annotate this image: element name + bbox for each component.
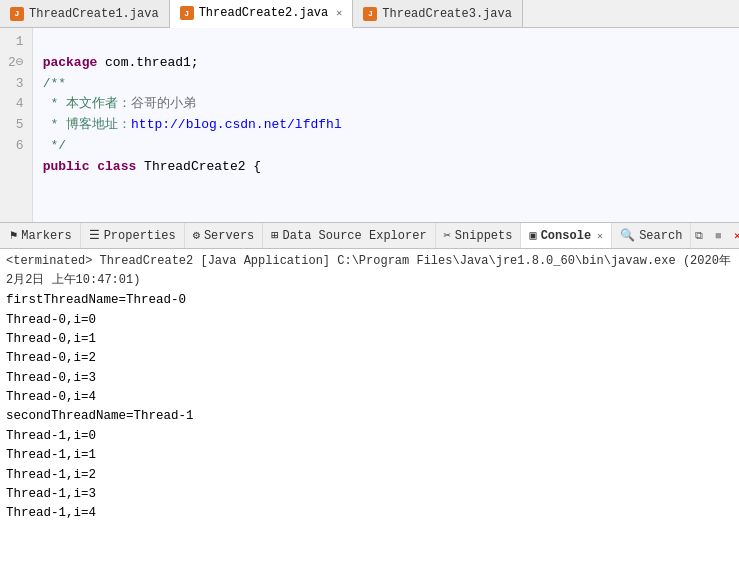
console-output[interactable]: <terminated> ThreadCreate2 [Java Applica… bbox=[0, 249, 739, 583]
line-num: 6 bbox=[8, 136, 24, 157]
java-icon: J bbox=[10, 7, 24, 21]
console-line: Thread-1,i=3 bbox=[6, 485, 733, 504]
panel-tab-servers[interactable]: ⚙ Servers bbox=[185, 223, 264, 248]
code-area: 1 2⊖ 3 4 5 6 package com.thread1; /** * … bbox=[0, 28, 739, 222]
tab-label: ThreadCreate2.java bbox=[199, 6, 329, 20]
code-line-1: package com.thread1; bbox=[43, 55, 199, 70]
console-line: Thread-0,i=2 bbox=[6, 349, 733, 368]
datasource-label: Data Source Explorer bbox=[283, 229, 427, 243]
console-line: Thread-0,i=1 bbox=[6, 330, 733, 349]
terminate-button[interactable]: ■ bbox=[710, 228, 726, 244]
console-line: Thread-1,i=1 bbox=[6, 446, 733, 465]
line-num: 5 bbox=[8, 115, 24, 136]
properties-label: Properties bbox=[104, 229, 176, 243]
properties-icon: ☰ bbox=[89, 228, 100, 243]
console-line: firstThreadName=Thread-0 bbox=[6, 291, 733, 310]
console-line: Thread-1,i=4 bbox=[6, 504, 733, 523]
code-line-2: /** bbox=[43, 76, 66, 91]
copy-output-button[interactable]: ⧉ bbox=[691, 228, 707, 244]
line-num: 2⊖ bbox=[8, 53, 24, 74]
console-line: Thread-1,i=2 bbox=[6, 466, 733, 485]
panel-tab-bar: ⚑ Markers ☰ Properties ⚙ Servers ⊞ Data … bbox=[0, 223, 739, 249]
code-line-6: public class ThreadCreate2 { bbox=[43, 159, 261, 174]
console-icon: ▣ bbox=[529, 228, 536, 243]
line-numbers: 1 2⊖ 3 4 5 6 bbox=[0, 28, 33, 222]
code-editor: 1 2⊖ 3 4 5 6 package com.thread1; /** * … bbox=[0, 28, 739, 223]
panel-tab-console[interactable]: ▣ Console ✕ bbox=[521, 223, 612, 248]
panel-actions: ⧉ ■ ✕ 📌 bbox=[691, 228, 739, 244]
console-line: Thread-1,i=0 bbox=[6, 427, 733, 446]
remove-launch-button[interactable]: ✕ bbox=[729, 228, 739, 244]
java-icon: J bbox=[180, 6, 194, 20]
editor-tab-bar: J ThreadCreate1.java J ThreadCreate2.jav… bbox=[0, 0, 739, 28]
tab-label: ThreadCreate3.java bbox=[382, 7, 512, 21]
snippets-label: Snippets bbox=[455, 229, 513, 243]
console-line: Thread-0,i=3 bbox=[6, 369, 733, 388]
line-num: 4 bbox=[8, 94, 24, 115]
panel-tab-datasource[interactable]: ⊞ Data Source Explorer bbox=[263, 223, 435, 248]
tab-threadcreate1[interactable]: J ThreadCreate1.java bbox=[0, 0, 170, 27]
code-line-5: */ bbox=[43, 138, 66, 153]
snippets-icon: ✂ bbox=[444, 228, 451, 243]
markers-icon: ⚑ bbox=[10, 228, 17, 243]
tab-threadcreate2[interactable]: J ThreadCreate2.java ✕ bbox=[170, 0, 354, 28]
search-label: Search bbox=[639, 229, 682, 243]
tab-label: ThreadCreate1.java bbox=[29, 7, 159, 21]
code-content[interactable]: package com.thread1; /** * 本文作者：谷哥的小弟 * … bbox=[33, 28, 739, 222]
console-label: Console bbox=[541, 229, 591, 243]
panel-tab-snippets[interactable]: ✂ Snippets bbox=[436, 223, 522, 248]
servers-icon: ⚙ bbox=[193, 228, 200, 243]
code-line-3: * 本文作者：谷哥的小弟 bbox=[43, 96, 196, 111]
tab-threadcreate3[interactable]: J ThreadCreate3.java bbox=[353, 0, 523, 27]
console-line: secondThreadName=Thread-1 bbox=[6, 407, 733, 426]
java-icon: J bbox=[363, 7, 377, 21]
markers-label: Markers bbox=[21, 229, 71, 243]
tab-close-icon[interactable]: ✕ bbox=[336, 7, 342, 19]
servers-label: Servers bbox=[204, 229, 254, 243]
console-close-icon[interactable]: ✕ bbox=[597, 230, 603, 242]
console-line: Thread-0,i=0 bbox=[6, 311, 733, 330]
console-header: <terminated> ThreadCreate2 [Java Applica… bbox=[6, 252, 733, 289]
panel-tab-properties[interactable]: ☰ Properties bbox=[81, 223, 185, 248]
line-num: 1 bbox=[8, 32, 24, 53]
console-line: Thread-0,i=4 bbox=[6, 388, 733, 407]
horizontal-scrollbar[interactable] bbox=[0, 222, 739, 223]
datasource-icon: ⊞ bbox=[271, 228, 278, 243]
panel-tab-search[interactable]: 🔍 Search bbox=[612, 223, 691, 248]
search-icon: 🔍 bbox=[620, 228, 635, 243]
line-num: 3 bbox=[8, 74, 24, 95]
code-line-4: * 博客地址：http://blog.csdn.net/lfdfhl bbox=[43, 117, 342, 132]
panel-tab-markers[interactable]: ⚑ Markers bbox=[2, 223, 81, 248]
